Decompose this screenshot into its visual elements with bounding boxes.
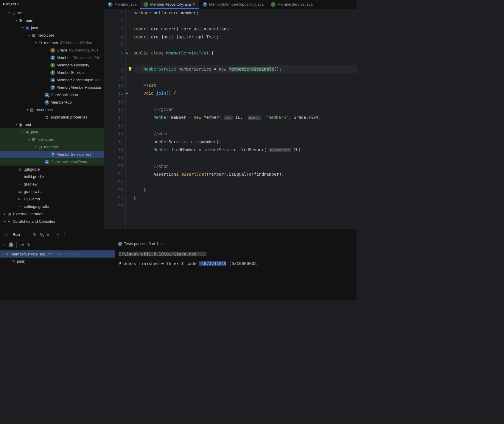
debug-icon[interactable]: ⌖	[57, 232, 59, 237]
history-icon[interactable]: ◷	[27, 242, 30, 247]
code-line[interactable]	[133, 17, 357, 25]
file-memory-member-repository[interactable]: CMemoryMemberRepositor	[0, 84, 104, 91]
run-gutter-icon[interactable]: ▶	[126, 49, 128, 57]
folder-main[interactable]: ▾▣main	[0, 17, 104, 24]
close-icon[interactable]: ✕	[193, 2, 195, 6]
package-hello-core-main[interactable]: ▾⊟hello.core	[0, 32, 104, 39]
tree-item-label: .gitignore	[24, 167, 40, 172]
folder-src[interactable]: ▾▢src	[0, 9, 104, 17]
rerun-tests-icon[interactable]: ↻	[33, 232, 36, 237]
code-line[interactable]: public class MemberServiceTest {	[133, 49, 357, 57]
show-ignored-icon[interactable]: ⊘	[9, 242, 13, 247]
code-line[interactable]	[133, 154, 357, 162]
code-line[interactable]: import org.assertj.core.api.Assertions;	[133, 25, 357, 33]
code-line[interactable]	[133, 122, 357, 130]
test-tree-root[interactable]: ▾ ✕ MemberServiceTest (hello.core.member…	[0, 250, 115, 258]
folder-test[interactable]: ▾▣test	[0, 121, 104, 128]
project-tree[interactable]: ▾▢src▾▣main▾▣java▾⊟hello.core▾⊟member0% …	[0, 8, 104, 229]
tree-item-label: gradlew.bat	[24, 189, 44, 194]
code-line[interactable]: import org.junit.jupiter.api.Test;	[133, 33, 357, 41]
sort-icon[interactable]: ↓≡	[20, 242, 24, 247]
file-grade[interactable]: EGrade0% methods, 0% l	[0, 46, 104, 54]
gutter-line: 18	[104, 146, 123, 154]
gutter-line: 2	[104, 17, 123, 25]
code-line[interactable]: }	[133, 186, 357, 194]
run-gutter-icon[interactable]: ▶	[126, 89, 128, 97]
gutter-line: 10	[104, 81, 123, 89]
toolbar-divider	[53, 232, 53, 238]
file-settings-gradle[interactable]: ⌁settings.gradle	[0, 203, 104, 210]
file-build-gradle[interactable]: ⌁build.gradle	[0, 173, 104, 180]
code-line[interactable]: MemberService memberService = new Member…	[133, 65, 357, 73]
tab-member[interactable]: CMember.java	[104, 0, 140, 9]
code-line[interactable]	[133, 57, 357, 65]
code-line[interactable]	[133, 178, 357, 186]
code-line[interactable]: Member findMember = memberService.findMe…	[133, 146, 357, 154]
package-member-main[interactable]: ▾⊟member0% classes, 0% line	[0, 39, 104, 46]
tree-item-label: test	[24, 122, 31, 127]
code-line[interactable]: ///given	[133, 105, 357, 113]
code-line[interactable]	[133, 202, 357, 211]
tree-arrow-icon: ▾	[21, 130, 24, 134]
file-help-md[interactable]: M↓HELP.md	[0, 195, 104, 203]
code-line[interactable]	[133, 97, 357, 105]
test-class-label: MemberServiceTest	[11, 252, 45, 256]
file-gradlew[interactable]: ▭gradlew	[0, 180, 104, 188]
package-member-test[interactable]: ▾⊟member	[0, 143, 104, 151]
code-line[interactable]: memberService.join(member);	[133, 138, 357, 146]
gutter-line: 9	[104, 73, 123, 81]
code-line[interactable]	[133, 73, 357, 81]
code-line[interactable]: Assertions.assertThat(member).isEqualTo(…	[133, 170, 357, 178]
folder-resources[interactable]: ▾▤resources	[0, 106, 104, 113]
code-line[interactable]: //when	[133, 130, 357, 138]
rerun-icon[interactable]: ◁▷	[3, 232, 9, 237]
code-line[interactable]: Member member = new Member( id: 1L, name…	[133, 113, 357, 122]
code-line[interactable]	[133, 41, 357, 49]
code-line[interactable]: //then	[133, 162, 357, 170]
file-application-properties[interactable]: ≣application.properties	[0, 113, 104, 121]
tab-label: MemberRepository.java	[150, 2, 191, 7]
tree-arrow-icon: ▾	[27, 34, 31, 37]
tab-member-repository[interactable]: IMemberRepository.java✕	[140, 0, 199, 9]
code-line[interactable]: }	[133, 194, 357, 202]
scratches-and-consoles[interactable]: ▸≡Scratches and Consoles	[0, 218, 104, 225]
folder-java-main[interactable]: ▾▣java	[0, 24, 104, 32]
file-member-service[interactable]: IMemberService	[0, 69, 104, 76]
tree-item-label: MemberService	[57, 70, 84, 75]
code-line[interactable]: @Test	[133, 81, 357, 89]
file-member-app[interactable]: CMemberApp	[0, 99, 104, 106]
file-member-service-test[interactable]: CMemberServiceTest	[0, 151, 104, 158]
gutter-line: 17	[104, 138, 123, 146]
folder-java-test[interactable]: ▾▣java	[0, 128, 104, 136]
file-member-repository[interactable]: IMemberRepository	[0, 61, 104, 69]
tree-item-label: CoreApplication	[51, 93, 78, 97]
project-panel-header[interactable]: Project ▾	[0, 0, 104, 8]
file-core-application-tests[interactable]: CCoreApplicationTests	[0, 158, 104, 166]
more-icon[interactable]: ⋮	[62, 232, 66, 237]
rerun-failed-icon[interactable]: ↻	[40, 232, 43, 237]
test-tree-item[interactable]: ✕ join()	[0, 258, 115, 265]
code-line[interactable]: package hello.core.member;	[133, 9, 357, 17]
file-member[interactable]: CMember0% methods, 0% l	[0, 54, 104, 61]
test-toolbar: ✓ ⊘ ↓≡ ◷ ⋮	[0, 240, 357, 249]
stop-icon[interactable]: ■	[47, 232, 49, 237]
more-icon[interactable]: ⋮	[33, 242, 37, 247]
file-gradlew-bat[interactable]: ▭gradlew.bat	[0, 188, 104, 195]
external-libraries[interactable]: ▸⊞External Libraries	[0, 210, 104, 218]
tab-member-service[interactable]: IMemberService.java	[267, 0, 316, 9]
intention-bulb-icon[interactable]: 💡	[127, 65, 133, 73]
code-line[interactable]: void join() {	[133, 89, 357, 97]
package-hello-core-test[interactable]: ▾⊟hello.core	[0, 136, 104, 143]
file-core-application[interactable]: C▶CoreApplication	[0, 91, 104, 99]
console-output[interactable]: C:\Java\jdk11.0.18\bin\java.exe ... Proc…	[115, 249, 357, 300]
gutter-line: 8💡	[104, 65, 123, 73]
editor-code-area[interactable]: package hello.core.member; import org.as…	[126, 9, 357, 229]
tab-memory-member-repository[interactable]: CMemoryMemberRepository.java	[199, 0, 267, 9]
tree-item-label: MemberServiceImple	[57, 78, 93, 82]
gutter-line: 14	[104, 113, 123, 121]
show-passed-icon[interactable]: ✓	[2, 242, 6, 247]
file-gitignore[interactable]: ⊘.gitignore	[0, 166, 104, 173]
test-tree[interactable]: ▾ ✕ MemberServiceTest (hello.core.member…	[0, 249, 115, 300]
file-member-service-imple[interactable]: CMemberServiceImple0%	[0, 76, 104, 84]
tree-item-label: settings.gradle	[24, 204, 49, 209]
